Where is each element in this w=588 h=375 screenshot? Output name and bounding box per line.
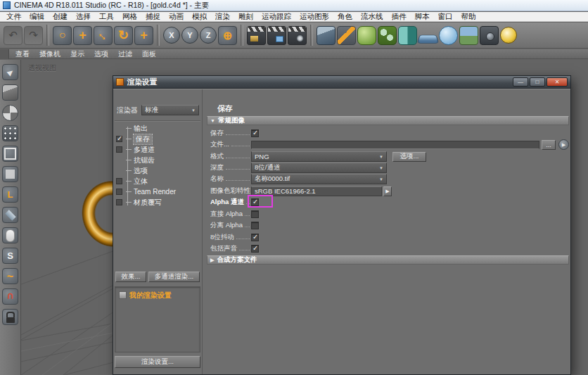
- viewport-menu-item[interactable]: 选项: [89, 49, 113, 59]
- viewport-menu-item[interactable]: 摄像机: [34, 49, 65, 59]
- snap-icon[interactable]: S: [2, 248, 18, 264]
- depth-dropdown[interactable]: 8位/通道: [251, 163, 387, 173]
- effects-button[interactable]: 效果...: [115, 272, 146, 282]
- render-tree-item[interactable]: 选项: [115, 165, 200, 176]
- tree-checkbox[interactable]: [116, 189, 122, 195]
- dialog-maximize-button[interactable]: □: [530, 77, 545, 87]
- symmetry-icon[interactable]: [398, 26, 417, 45]
- render-to-picture-viewer-icon[interactable]: [267, 26, 286, 45]
- pen-spline-icon[interactable]: [337, 26, 356, 45]
- coordinate-system-icon[interactable]: ⊕: [218, 26, 237, 45]
- viewport-menu-item[interactable]: 过滤: [113, 49, 137, 59]
- viewport-menu-item[interactable]: 面板: [137, 49, 161, 59]
- y-axis-lock-icon[interactable]: Y: [181, 27, 198, 44]
- separate-alpha-checkbox[interactable]: [251, 222, 259, 229]
- render-settings-icon[interactable]: [288, 26, 307, 45]
- menubar-item[interactable]: 网格: [118, 12, 141, 22]
- menubar-item[interactable]: 运动图形: [295, 12, 333, 22]
- menubar-item[interactable]: 脚本: [411, 12, 434, 22]
- viewport-menu-item[interactable]: 显示: [65, 49, 89, 59]
- compositing-section-bar[interactable]: ▶ 合成方案文件: [207, 255, 569, 265]
- model-mode-icon[interactable]: [2, 84, 18, 101]
- workplane-icon[interactable]: [2, 207, 18, 223]
- render-tree-item[interactable]: 立体: [115, 176, 200, 186]
- menubar-item[interactable]: 运动跟踪: [257, 12, 295, 22]
- floor-icon[interactable]: [417, 34, 439, 43]
- edges-mode-icon[interactable]: [2, 146, 18, 162]
- live-selection-icon[interactable]: ○: [53, 26, 72, 45]
- texture-mode-icon[interactable]: [2, 105, 18, 121]
- menubar-item[interactable]: 选择: [72, 12, 95, 22]
- menubar-item[interactable]: 渲染: [211, 12, 234, 22]
- menubar-item[interactable]: 帮助: [457, 12, 480, 22]
- render-settings-bottom-button[interactable]: 渲染设置...: [115, 356, 200, 368]
- tree-checkbox[interactable]: [116, 199, 122, 205]
- x-axis-lock-icon[interactable]: X: [163, 27, 180, 44]
- regular-image-section-bar[interactable]: ▼ 常规图像: [207, 116, 569, 125]
- file-browse-button[interactable]: ...: [542, 140, 556, 150]
- add-cube-icon[interactable]: [317, 26, 335, 45]
- undo-icon[interactable]: ↶: [4, 26, 23, 45]
- straight-alpha-checkbox[interactable]: [251, 210, 259, 218]
- tree-checkbox[interactable]: [116, 178, 122, 184]
- camera-icon[interactable]: [480, 26, 499, 45]
- viewport-menu-item[interactable]: 查看: [11, 49, 34, 59]
- color-profile-expand-button[interactable]: ▶: [383, 186, 392, 196]
- dialog-titlebar[interactable]: 渲染设置 — □ ✕: [113, 76, 570, 89]
- render-tree-item[interactable]: 保存: [115, 134, 200, 144]
- format-options-button[interactable]: 选项...: [392, 152, 426, 162]
- dither-checkbox[interactable]: [251, 234, 259, 241]
- menubar-item[interactable]: 创建: [49, 12, 72, 22]
- dialog-close-button[interactable]: ✕: [547, 77, 568, 87]
- magnet-icon[interactable]: ∪: [2, 288, 18, 305]
- rotate-tool-icon[interactable]: ↻: [114, 26, 133, 45]
- menubar-item[interactable]: 窗口: [434, 12, 457, 22]
- dialog-minimize-button[interactable]: —: [513, 77, 528, 87]
- render-tree-item[interactable]: 多通道: [115, 144, 200, 155]
- redo-icon[interactable]: ↷: [24, 26, 43, 45]
- file-path-input[interactable]: [251, 141, 539, 149]
- array-icon[interactable]: [378, 26, 397, 45]
- points-mode-icon[interactable]: [2, 125, 18, 141]
- move-tool-icon[interactable]: +: [73, 26, 92, 45]
- file-history-button[interactable]: ▶: [558, 139, 569, 150]
- color-profile-field[interactable]: sRGB IEC61966-2.1: [251, 186, 382, 196]
- format-dropdown[interactable]: PNG: [251, 151, 387, 162]
- preset-item[interactable]: 我的渲染设置: [117, 290, 198, 300]
- render-tree-item[interactable]: Team Render: [115, 186, 200, 197]
- menubar-item[interactable]: 工具: [95, 12, 118, 22]
- sky-icon[interactable]: [439, 26, 458, 45]
- alpha-channel-checkbox[interactable]: [251, 198, 259, 206]
- tree-checkbox[interactable]: [116, 146, 122, 153]
- name-format-dropdown[interactable]: 名称0000.tif: [251, 174, 387, 184]
- spline-snap-icon[interactable]: ~: [2, 268, 18, 284]
- scale-tool-icon[interactable]: ↔: [94, 26, 113, 45]
- render-tree-item[interactable]: 输出: [115, 123, 200, 134]
- include-sound-checkbox[interactable]: [251, 245, 259, 253]
- menubar-item[interactable]: 模拟: [188, 12, 211, 22]
- light-icon[interactable]: [500, 27, 517, 44]
- render-tree-item[interactable]: 材质覆写: [115, 197, 200, 208]
- multipass-render-button[interactable]: 多通道渲染...: [148, 272, 200, 282]
- mouse-icon[interactable]: [2, 227, 18, 243]
- subdivision-surface-icon[interactable]: [357, 26, 376, 45]
- render-view-icon[interactable]: [247, 26, 266, 45]
- menubar-item[interactable]: 插件: [388, 12, 411, 22]
- tree-checkbox[interactable]: [116, 136, 122, 142]
- arrow-tool-icon[interactable]: ►: [2, 64, 18, 80]
- axis-mode-icon[interactable]: L: [2, 186, 18, 203]
- menubar-item[interactable]: 动画: [165, 12, 188, 22]
- menubar-item[interactable]: 雕刻: [234, 12, 257, 22]
- environment-icon[interactable]: [459, 26, 478, 45]
- polygons-mode-icon[interactable]: [2, 166, 18, 182]
- viewport-corner-icon[interactable]: [0, 49, 9, 59]
- menubar-item[interactable]: 捕捉: [141, 12, 165, 22]
- save-checkbox[interactable]: [251, 129, 259, 137]
- menubar-item[interactable]: 文件: [2, 12, 25, 22]
- z-axis-lock-icon[interactable]: Z: [200, 27, 217, 44]
- menubar-item[interactable]: 角色: [333, 12, 357, 22]
- renderer-dropdown[interactable]: 标准: [141, 105, 199, 115]
- lock-icon[interactable]: [2, 309, 18, 325]
- render-tree-item[interactable]: 抗锯齿: [115, 155, 200, 165]
- menubar-item[interactable]: 流水线: [357, 12, 388, 22]
